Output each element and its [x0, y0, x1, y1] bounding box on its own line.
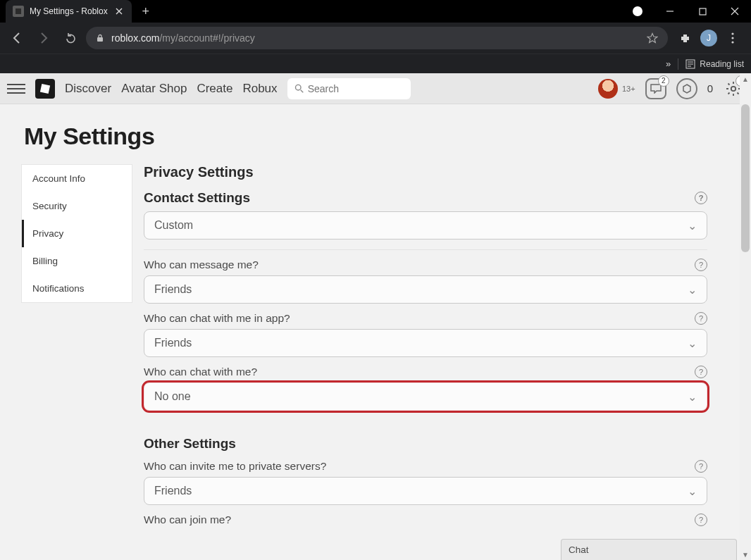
chevron-down-icon: ⌄	[688, 337, 697, 350]
chevron-down-icon: ⌄	[688, 283, 697, 297]
site-logo[interactable]	[35, 79, 55, 99]
site-top-nav: Discover Avatar Shop Create Robux 13+ 2 …	[0, 73, 751, 104]
nav-create[interactable]: Create	[197, 82, 232, 96]
settings-main: Privacy Settings Contact Settings ? Cust…	[144, 164, 707, 530]
private-servers-select[interactable]: Friends ⌄	[144, 477, 707, 505]
vertical-scrollbar[interactable]: ▲ ▼	[740, 73, 751, 560]
chat-app-select[interactable]: Friends ⌄	[144, 329, 707, 357]
help-icon[interactable]: ?	[695, 259, 707, 271]
divider	[678, 58, 678, 70]
svg-rect-0	[700, 8, 706, 15]
settings-sidebar: Account Info Security Privacy Billing No…	[21, 164, 132, 303]
extensions-button[interactable]	[675, 28, 695, 48]
profile-initial: J	[700, 30, 717, 46]
browser-account-indicator[interactable]	[621, 0, 654, 23]
chat-select[interactable]: No one ⌄	[144, 382, 707, 411]
tab-favicon	[13, 6, 24, 17]
extension-icons: J	[672, 28, 745, 48]
page-body: My Settings Account Info Security Privac…	[0, 104, 751, 530]
sidebar-item-security[interactable]: Security	[22, 192, 132, 220]
chat-label: Who can chat with me? ?	[144, 366, 707, 378]
scroll-thumb[interactable]	[741, 104, 750, 252]
private-servers-value: Friends	[154, 485, 192, 497]
join-label: Who can join me? ?	[144, 514, 707, 526]
page-title: My Settings	[24, 123, 730, 150]
svg-marker-7	[683, 85, 690, 93]
bookmark-star-icon[interactable]	[647, 32, 658, 44]
reading-list-button[interactable]: Reading list	[685, 59, 744, 69]
private-servers-label: Who can invite me to private servers? ?	[144, 460, 707, 473]
site-search[interactable]	[287, 78, 411, 99]
contact-mode-select[interactable]: Custom ⌄	[144, 211, 707, 239]
help-icon[interactable]: ?	[695, 192, 707, 204]
messages-badge: 2	[658, 75, 669, 87]
svg-point-4	[731, 41, 733, 43]
bookmarks-overflow-icon[interactable]: »	[666, 58, 671, 69]
browser-tab[interactable]: My Settings - Roblox	[6, 0, 132, 23]
tab-close-button[interactable]	[113, 6, 125, 17]
robux-icon[interactable]	[676, 78, 697, 99]
browser-menu-button[interactable]	[723, 28, 743, 48]
window-controls	[621, 0, 751, 23]
robux-count: 0	[707, 82, 713, 94]
sidebar-item-privacy[interactable]: Privacy	[22, 220, 132, 247]
lock-icon	[96, 34, 104, 42]
scroll-down-arrow[interactable]: ▼	[740, 549, 751, 560]
window-close-button[interactable]	[719, 0, 751, 23]
svg-point-2	[731, 32, 733, 35]
svg-rect-1	[97, 37, 103, 42]
other-settings-heading: Other Settings	[144, 436, 707, 452]
site-menu-button[interactable]	[7, 80, 25, 98]
nav-reload-button[interactable]	[59, 27, 82, 49]
divider	[144, 249, 707, 250]
sidebar-item-notifications[interactable]: Notifications	[22, 275, 132, 302]
svg-point-3	[731, 37, 733, 39]
nav-back-button[interactable]	[6, 27, 28, 49]
help-icon[interactable]: ?	[695, 366, 707, 378]
nav-avatar-shop[interactable]: Avatar Shop	[121, 82, 187, 96]
message-value: Friends	[154, 283, 192, 296]
new-tab-button[interactable]: +	[136, 1, 156, 21]
sidebar-item-billing[interactable]: Billing	[22, 247, 132, 275]
url-text: roblox.com/my/account#!/privacy	[111, 32, 640, 44]
nav-forward-button[interactable]	[32, 27, 55, 49]
contact-settings-heading: Contact Settings ?	[144, 190, 707, 206]
message-label: Who can message me? ?	[144, 259, 707, 271]
user-avatar	[598, 79, 618, 99]
window-minimize-button[interactable]	[654, 0, 686, 23]
user-chip[interactable]: 13+	[598, 79, 635, 99]
contact-mode-value: Custom	[154, 219, 193, 232]
chat-dock[interactable]: Chat	[561, 539, 737, 560]
sidebar-item-account-info[interactable]: Account Info	[22, 165, 132, 192]
section-privacy-title: Privacy Settings	[144, 164, 707, 180]
browser-profile-button[interactable]: J	[699, 28, 719, 48]
chat-app-value: Friends	[154, 337, 192, 349]
browser-toolbar: roblox.com/my/account#!/privacy J	[0, 23, 751, 54]
messages-button[interactable]: 2	[645, 78, 666, 99]
svg-point-8	[731, 86, 736, 90]
search-icon	[294, 83, 304, 94]
tab-title: My Settings - Roblox	[30, 6, 108, 16]
age-badge: 13+	[622, 85, 635, 93]
chat-dock-label: Chat	[569, 545, 589, 555]
nav-robux[interactable]: Robux	[242, 82, 277, 96]
address-bar[interactable]: roblox.com/my/account#!/privacy	[86, 27, 668, 49]
bookmarks-strip: » Reading list	[0, 54, 751, 73]
chat-value: No one	[154, 390, 191, 403]
svg-point-6	[295, 85, 301, 90]
chevron-down-icon: ⌄	[688, 390, 697, 404]
chevron-down-icon: ⌄	[688, 485, 697, 498]
chat-app-label: Who can chat with me in app? ?	[144, 312, 707, 325]
help-icon[interactable]: ?	[695, 312, 707, 325]
chevron-down-icon: ⌄	[688, 219, 697, 232]
nav-discover[interactable]: Discover	[65, 82, 111, 96]
site-search-input[interactable]	[308, 83, 404, 94]
window-titlebar: My Settings - Roblox +	[0, 0, 751, 23]
message-select[interactable]: Friends ⌄	[144, 275, 707, 304]
reading-list-label: Reading list	[700, 59, 744, 69]
page-viewport: Discover Avatar Shop Create Robux 13+ 2 …	[0, 73, 751, 560]
window-maximize-button[interactable]	[686, 0, 719, 23]
scroll-up-arrow[interactable]: ▲	[740, 73, 751, 85]
help-icon[interactable]: ?	[695, 514, 707, 526]
help-icon[interactable]: ?	[695, 460, 707, 473]
